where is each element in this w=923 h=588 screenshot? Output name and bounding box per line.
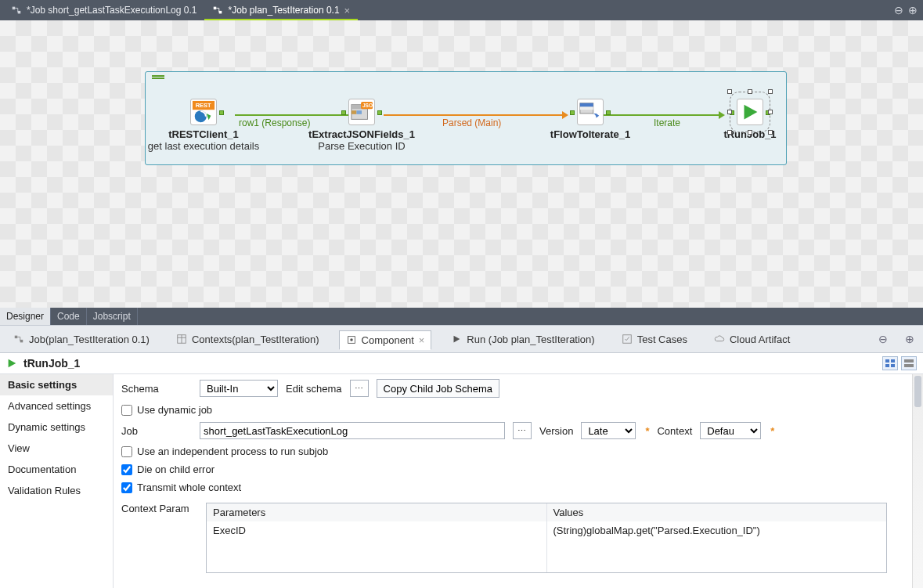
svg-rect-29 [885,364,889,367]
table-row[interactable]: ExecID (String)globalMap.get("Parsed.Exe… [207,521,886,539]
close-icon[interactable]: × [419,334,425,346]
svg-rect-0 [13,7,16,10]
context-param-table[interactable]: Parameters Values ExecID (String)globalM… [206,503,887,573]
job-browse-button[interactable]: ⋯ [513,422,532,439]
svg-text:JSON: JSON [362,103,373,108]
editor-tab-label: *Job plan_TestIteration 0.1 [228,5,339,16]
component-trunjob[interactable]: tRunJob_1 [687,99,813,140]
transmit-context-checkbox[interactable]: Transmit whole context [121,482,915,493]
tab-designer[interactable]: Designer [0,308,51,325]
tab-jobscript[interactable]: Jobscript [87,308,138,325]
svg-rect-9 [352,110,357,114]
required-indicator: * [644,425,649,437]
panel-title: tRunJob_1 [23,357,80,370]
version-label: Version [539,425,573,437]
checkbox-label: Transmit whole context [137,482,241,493]
rows-icon [904,359,914,367]
link-label-parsed: Parsed (Main) [442,117,501,128]
context-label: Context [657,425,692,437]
view-tab-job[interactable]: Job(plan_TestIteration 0.1) [6,330,157,349]
view-tab-label: Run (Job plan_TestIteration) [467,334,594,345]
svg-marker-26 [9,359,16,368]
job-icon [13,334,24,345]
view-tab-component[interactable]: Component × [339,330,432,350]
designer-canvas[interactable]: row1 (Response) Parsed (Main) Iterate RE… [0,20,923,308]
component-textractjsonfields[interactable]: JSON tExtractJSONFields_1 Parse Executio… [299,99,424,152]
close-icon[interactable]: × [344,5,351,16]
view-tab-run[interactable]: Run (Job plan_TestIteration) [444,330,601,349]
checkbox-input[interactable] [121,446,132,457]
minimize-button[interactable]: ⊖ [892,0,906,20]
nav-advanced-settings[interactable]: Advanced settings [0,395,113,417]
svg-rect-3 [219,11,222,14]
json-extract-icon: JSON [348,99,375,125]
checkbox-input[interactable] [121,405,132,416]
panel-nav: Basic settings Advanced settings Dynamic… [0,374,114,588]
tab-code[interactable]: Code [51,308,87,325]
view-tab-cloudartifact[interactable]: Cloud Artifact [707,330,797,349]
testcases-icon [622,334,633,345]
layout-grid-button[interactable] [882,356,898,370]
svg-rect-10 [356,110,362,114]
job-input[interactable] [200,422,505,439]
play-icon [451,334,462,345]
panel-header: tRunJob_1 [0,353,923,374]
context-select[interactable]: Default [700,422,761,439]
required-indicator: * [769,425,774,437]
maximize-button[interactable]: ⊕ [906,0,920,20]
maximize-button[interactable]: ⊕ [903,329,917,349]
component-panel: tRunJob_1 Basic settings Advanced settin… [0,353,923,588]
checkbox-label: Use dynamic job [137,404,212,416]
component-trestclient[interactable]: REST tRESTClient_1 get last execution de… [141,99,266,152]
nav-documentation[interactable]: Documentation [0,459,113,480]
version-select[interactable]: Latest [581,422,636,439]
component-title: tRESTClient_1 [141,128,266,140]
component-subtitle: get last execution details [141,140,266,152]
minimize-button[interactable]: ⊖ [876,329,890,349]
svg-text:REST: REST [196,102,211,109]
component-icon [346,334,357,345]
layout-rows-button[interactable] [901,356,917,370]
nav-basic-settings[interactable]: Basic settings [0,374,113,395]
nav-validation-rules[interactable]: Validation Rules [0,480,113,501]
component-tflowtoiterate[interactable]: tFlowToIterate_1 [528,99,653,140]
job-icon [11,5,22,16]
edit-schema-button[interactable]: ⋯ [350,380,369,397]
die-on-child-checkbox[interactable]: Die on child error [121,464,915,475]
job-label: Job [121,425,192,437]
nav-dynamic-settings[interactable]: Dynamic settings [0,417,113,438]
view-tab-label: Job(plan_TestIteration 0.1) [29,334,150,345]
svg-rect-17 [15,336,18,339]
use-dynamic-job-checkbox[interactable]: Use dynamic job [121,404,915,416]
nav-view[interactable]: View [0,438,113,459]
checkbox-label: Use an independent process to run subjob [137,446,328,457]
schema-select[interactable]: Built-In [200,380,278,397]
schema-label: Schema [121,383,192,395]
table-cell-value[interactable]: (String)globalMap.get("Parsed.Execution_… [547,521,887,539]
svg-point-23 [350,338,353,341]
designer-bottom-tabs: Designer Code Jobscript [0,308,923,325]
table-cell-param[interactable]: ExecID [207,521,547,539]
table-row[interactable] [207,539,886,572]
checkbox-input[interactable] [121,464,132,475]
editor-tab-active[interactable]: *Job plan_TestIteration 0.1 × [204,0,358,20]
copy-child-schema-button[interactable]: Copy Child Job Schema [377,379,499,398]
view-tab-contexts[interactable]: Contexts(plan_TestIteration) [169,330,326,349]
panel-scrollbar[interactable] [912,374,923,588]
checkbox-label: Die on child error [137,464,215,475]
view-tab-label: Component [362,334,414,346]
view-tab-testcases[interactable]: Test Cases [615,330,694,349]
editor-tab-label: *Job short_getLastTaskExecutionLog 0.1 [27,5,196,16]
svg-rect-30 [891,364,895,367]
subjob-collapse-handle[interactable] [152,75,164,81]
runjob-icon [6,358,17,369]
component-title: tExtractJSONFields_1 [299,128,424,140]
table-header-parameters: Parameters [207,503,547,521]
independent-process-checkbox[interactable]: Use an independent process to run subjob [121,446,915,457]
runjob-icon [737,99,763,125]
editor-tab-inactive[interactable]: *Job short_getLastTaskExecutionLog 0.1 [3,0,204,20]
svg-rect-2 [214,7,217,10]
view-tab-label: Contexts(plan_TestIteration) [192,334,319,345]
scrollbar-thumb[interactable] [914,376,921,407]
checkbox-input[interactable] [121,482,132,493]
